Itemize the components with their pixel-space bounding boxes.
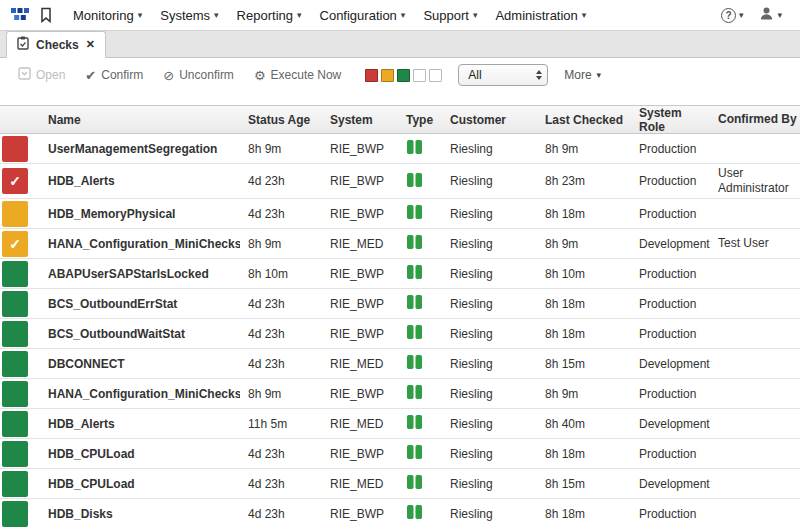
unconfirm-button-label: Unconfirm	[179, 68, 234, 82]
status-indicator: ✓	[2, 168, 28, 194]
table-row[interactable]: BCS_OutboundErrStat 4d 23h RIE_BWP Riesl…	[0, 289, 800, 319]
column-header-name[interactable]: Name	[40, 113, 240, 127]
unconfirm-slash-icon: ⊘	[163, 69, 174, 82]
system-cell: RIE_BWP	[322, 134, 398, 163]
filter-gray-checkbox[interactable]	[413, 69, 426, 82]
check-name-cell: HDB_CPULoad	[40, 469, 240, 498]
table-row[interactable]: DBCONNECT 4d 23h RIE_MED Riesling 8h 15m…	[0, 349, 800, 379]
menu-support[interactable]: Support ▾	[414, 8, 486, 23]
system-role-cell: Development	[631, 409, 710, 438]
system-role-cell: Production	[631, 134, 710, 163]
table-row[interactable]: HANA_Configuration_MiniChecks_2.00.03 8h…	[0, 379, 800, 409]
filter-orange-checkbox[interactable]	[381, 69, 394, 82]
system-role-cell: Production	[631, 164, 710, 198]
customer-cell: Riesling	[442, 164, 537, 198]
user-menu[interactable]: ▾	[751, 6, 790, 25]
filter-unknown-checkbox[interactable]	[429, 69, 442, 82]
user-icon	[759, 6, 774, 25]
scope-select[interactable]: All	[458, 64, 548, 86]
column-header-confirmed-by[interactable]: Confirmed By	[710, 110, 800, 129]
confirmed-by-cell	[710, 469, 800, 498]
table-body: UserManagementSegregation 8h 9m RIE_BWP …	[0, 134, 800, 528]
status-age-cell: 11h 5m	[240, 409, 322, 438]
column-header-system[interactable]: System	[322, 113, 398, 127]
confirmed-by-cell	[710, 439, 800, 468]
column-header-last-checked[interactable]: Last Checked	[537, 113, 631, 127]
status-indicator	[2, 471, 28, 497]
system-cell: RIE_BWP	[322, 499, 398, 528]
table-row[interactable]: HDB_Alerts 11h 5m RIE_MED Riesling 8h 40…	[0, 409, 800, 439]
tab-bar: Checks ✕	[0, 30, 800, 58]
table-row[interactable]: ABAPUserSAPStarIsLocked 8h 10m RIE_BWP R…	[0, 259, 800, 289]
menu-configuration[interactable]: Configuration ▾	[311, 8, 415, 23]
type-cell	[398, 199, 442, 228]
filter-green-checkbox[interactable]	[397, 69, 410, 82]
column-header-status-age[interactable]: Status Age	[240, 113, 322, 127]
menu-systems[interactable]: Systems ▾	[151, 8, 227, 23]
more-button[interactable]: More ▾	[564, 68, 601, 82]
system-role-cell: Development	[631, 469, 710, 498]
status-cell	[0, 409, 40, 438]
tab-close-icon[interactable]: ✕	[86, 38, 95, 51]
menu-administration[interactable]: Administration ▾	[486, 8, 595, 23]
status-cell	[0, 349, 40, 378]
unconfirm-button[interactable]: ⊘ Unconfirm	[163, 68, 234, 82]
system-role-cell: Production	[631, 379, 710, 408]
database-type-icon	[406, 204, 423, 223]
check-name-cell: HDB_Alerts	[40, 164, 240, 198]
app-logo-icon	[10, 7, 30, 23]
menu-reporting[interactable]: Reporting ▾	[228, 8, 311, 23]
table-row[interactable]: HDB_Disks 4d 23h RIE_BWP Riesling 8h 18m…	[0, 499, 800, 528]
last-checked-cell: 8h 9m	[537, 134, 631, 163]
status-cell: ✓	[0, 164, 40, 198]
system-cell: RIE_BWP	[322, 439, 398, 468]
check-name-cell: ABAPUserSAPStarIsLocked	[40, 259, 240, 288]
check-name-cell: HDB_Alerts	[40, 409, 240, 438]
check-name-cell: DBCONNECT	[40, 349, 240, 378]
customer-cell: Riesling	[442, 499, 537, 528]
status-cell	[0, 134, 40, 163]
type-cell	[398, 499, 442, 528]
table-row[interactable]: HDB_CPULoad 4d 23h RIE_BWP Riesling 8h 1…	[0, 439, 800, 469]
bookmark-icon[interactable]	[40, 7, 52, 23]
confirm-button[interactable]: ✔ Confirm	[85, 68, 143, 82]
table-row[interactable]: ✓ HANA_Configuration_MiniChecks_2.00.03 …	[0, 229, 800, 259]
system-role-cell: Production	[631, 499, 710, 528]
status-age-cell: 4d 23h	[240, 319, 322, 348]
column-header-system-role[interactable]: System Role	[631, 106, 710, 134]
table-row[interactable]: ✓ HDB_Alerts 4d 23h RIE_BWP Riesling 8h …	[0, 164, 800, 199]
chevron-down-icon: ▾	[214, 11, 219, 20]
last-checked-cell: 8h 15m	[537, 349, 631, 378]
type-cell	[398, 164, 442, 198]
execute-now-button[interactable]: ⚙ Execute Now	[254, 68, 341, 82]
system-cell: RIE_BWP	[322, 379, 398, 408]
status-cell: ✓	[0, 229, 40, 258]
system-role-cell: Production	[631, 289, 710, 318]
status-cell	[0, 469, 40, 498]
menu-monitoring[interactable]: Monitoring ▾	[64, 8, 151, 23]
database-type-icon	[406, 234, 423, 253]
status-indicator	[2, 411, 28, 437]
gear-icon: ⚙	[254, 69, 266, 82]
last-checked-cell: 8h 23m	[537, 164, 631, 198]
table-row[interactable]: BCS_OutboundWaitStat 4d 23h RIE_BWP Ries…	[0, 319, 800, 349]
menu-support-label: Support	[423, 8, 469, 23]
help-icon: ?	[721, 8, 736, 23]
status-filter-boxes	[365, 69, 442, 82]
help-menu[interactable]: ? ▾	[713, 8, 752, 23]
database-type-icon	[406, 264, 423, 283]
column-header-type[interactable]: Type	[398, 113, 442, 127]
chevron-down-icon: ▾	[582, 11, 587, 20]
table-row[interactable]: HDB_MemoryPhysical 4d 23h RIE_BWP Riesli…	[0, 199, 800, 229]
tab-checks[interactable]: Checks ✕	[6, 31, 106, 58]
customer-cell: Riesling	[442, 409, 537, 438]
table-row[interactable]: UserManagementSegregation 8h 9m RIE_BWP …	[0, 134, 800, 164]
open-button[interactable]: Open	[18, 67, 65, 83]
status-indicator	[2, 321, 28, 347]
system-cell: RIE_BWP	[322, 259, 398, 288]
column-header-customer[interactable]: Customer	[442, 113, 537, 127]
filter-red-checkbox[interactable]	[365, 69, 378, 82]
system-role-cell: Production	[631, 319, 710, 348]
type-cell	[398, 469, 442, 498]
table-row[interactable]: HDB_CPULoad 4d 23h RIE_MED Riesling 8h 1…	[0, 469, 800, 499]
